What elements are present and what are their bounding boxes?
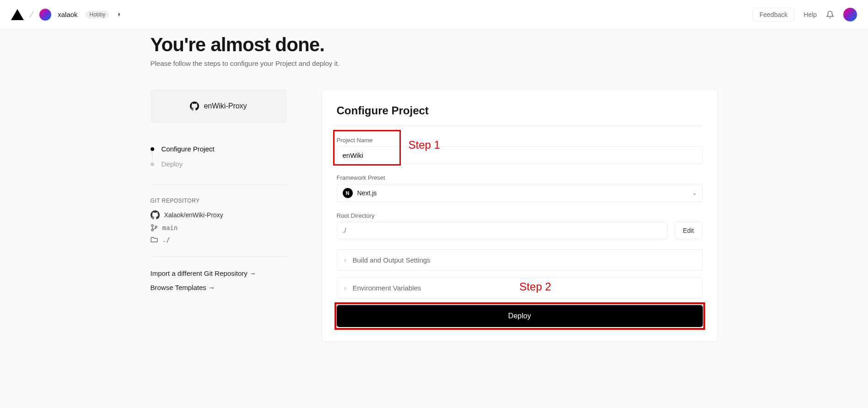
breadcrumb-slash-icon: / bbox=[29, 8, 35, 21]
team-name[interactable]: xalaok bbox=[58, 11, 77, 18]
repo-display-box: enWiki-Proxy bbox=[151, 89, 287, 123]
env-vars-label: Environment Variables bbox=[353, 284, 421, 292]
plan-badge: Hobby bbox=[86, 11, 109, 19]
deploy-button-wrapper: Deploy bbox=[337, 305, 703, 327]
step-label: Deploy bbox=[162, 160, 183, 168]
team-switcher-icon[interactable]: ▲▼ bbox=[115, 11, 123, 18]
arrow-right-icon: → bbox=[208, 284, 215, 291]
svg-point-2 bbox=[155, 226, 157, 228]
import-link-text: Import a different Git Repository bbox=[151, 269, 248, 277]
user-avatar-icon[interactable] bbox=[843, 8, 857, 21]
framework-select[interactable]: N Next.js ⌄ bbox=[337, 184, 703, 202]
build-settings-accordion[interactable]: › Build and Output Settings bbox=[337, 249, 703, 271]
git-section-heading: GIT REPOSITORY bbox=[151, 198, 287, 204]
env-vars-accordion[interactable]: › Environment Variables Step 2 bbox=[337, 277, 703, 299]
step-configure-project[interactable]: Configure Project bbox=[151, 141, 287, 156]
folder-icon bbox=[151, 236, 158, 243]
step-deploy: Deploy bbox=[151, 156, 287, 172]
deploy-button[interactable]: Deploy bbox=[337, 305, 703, 327]
help-link[interactable]: Help bbox=[803, 11, 817, 18]
git-repo-row[interactable]: Xalaok/enWiki-Proxy bbox=[151, 210, 287, 220]
configure-project-card: Configure Project Step 1 Project Name Fr… bbox=[322, 89, 718, 342]
framework-label: Framework Preset bbox=[337, 174, 703, 181]
top-navigation-bar: / xalaok Hobby ▲▼ Feedback Help bbox=[0, 0, 868, 29]
step-label: Configure Project bbox=[162, 145, 215, 153]
chevron-right-icon: › bbox=[345, 285, 346, 291]
root-label: Root Directory bbox=[337, 212, 703, 219]
chevron-right-icon: › bbox=[345, 257, 346, 263]
svg-point-1 bbox=[151, 229, 153, 231]
browse-link-text: Browse Templates bbox=[151, 284, 206, 291]
project-name-label: Project Name bbox=[337, 137, 703, 144]
build-settings-label: Build and Output Settings bbox=[353, 256, 431, 264]
github-icon bbox=[190, 102, 199, 111]
git-dir-path: ./ bbox=[162, 236, 170, 243]
repo-display-name: enWiki-Proxy bbox=[204, 102, 247, 110]
steps-list: Configure Project Deploy bbox=[151, 141, 287, 172]
annotation-step2-label: Step 2 bbox=[519, 280, 551, 293]
arrow-right-icon: → bbox=[249, 269, 256, 277]
card-title: Configure Project bbox=[337, 104, 703, 117]
notifications-bell-icon[interactable] bbox=[826, 11, 834, 19]
page-subtitle: Please follow the steps to configure you… bbox=[151, 59, 718, 67]
git-repo-path: Xalaok/enWiki-Proxy bbox=[164, 211, 223, 219]
framework-value: Next.js bbox=[357, 189, 377, 197]
github-icon bbox=[151, 210, 160, 220]
team-avatar-icon[interactable] bbox=[39, 9, 51, 21]
git-dir-row: ./ bbox=[151, 236, 287, 243]
feedback-button[interactable]: Feedback bbox=[753, 8, 794, 21]
git-branch-name: main bbox=[162, 224, 178, 231]
browse-templates-link[interactable]: Browse Templates→ bbox=[151, 284, 287, 291]
nextjs-badge-icon: N bbox=[343, 188, 353, 198]
git-branch-row: main bbox=[151, 224, 287, 231]
project-name-input[interactable] bbox=[337, 146, 703, 164]
framework-field-group: Framework Preset N Next.js ⌄ bbox=[337, 174, 703, 202]
project-name-field-group: Step 1 Project Name bbox=[337, 137, 703, 164]
root-directory-display: ./ bbox=[337, 222, 668, 239]
import-different-repo-link[interactable]: Import a different Git Repository→ bbox=[151, 269, 287, 277]
svg-point-0 bbox=[151, 225, 153, 226]
step-dot-active-icon bbox=[151, 147, 154, 151]
vercel-logo-icon[interactable] bbox=[11, 9, 24, 20]
sidebar: enWiki-Proxy Configure Project Deploy GI… bbox=[151, 89, 287, 342]
root-directory-field-group: Root Directory ./ Edit bbox=[337, 212, 703, 239]
step-dot-inactive-icon bbox=[151, 162, 154, 166]
page-title: You're almost done. bbox=[151, 34, 718, 56]
edit-root-button[interactable]: Edit bbox=[674, 222, 702, 239]
chevron-down-icon: ⌄ bbox=[692, 190, 697, 196]
branch-icon bbox=[151, 224, 158, 231]
